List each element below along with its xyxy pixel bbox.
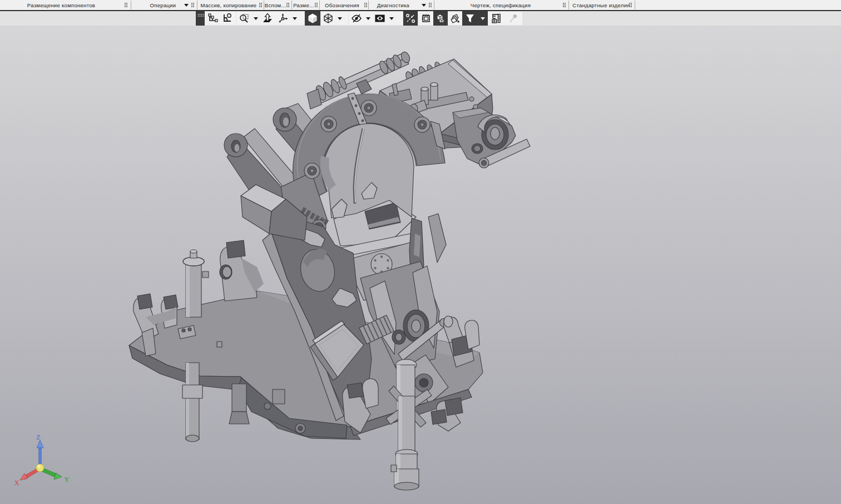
svg-text:Z: Z xyxy=(36,433,40,441)
svg-text:X: X xyxy=(14,479,19,487)
svg-text:Y: Y xyxy=(65,476,70,483)
